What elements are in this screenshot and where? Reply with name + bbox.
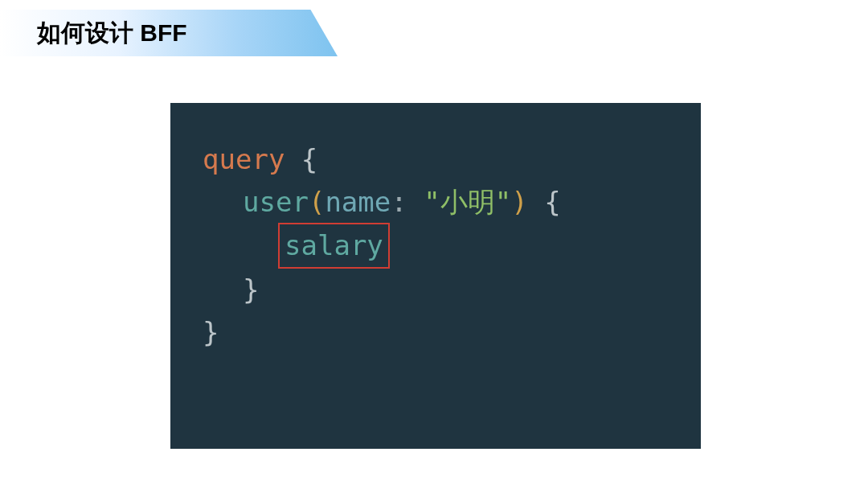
slide-title: 如何设计 BFF [37, 17, 187, 50]
code-block-container: query { user(name: "小明") { salary } } [170, 103, 701, 449]
code-token-field: user [243, 186, 309, 218]
code-token-colon: : [391, 186, 424, 218]
code-token-brace: { [285, 143, 317, 175]
code-token-argname: name [325, 186, 391, 218]
code-token-brace: { [528, 186, 561, 218]
code-token-paren: ) [511, 186, 527, 218]
code-token-brace: } [243, 273, 259, 306]
graphql-code: query { user(name: "小明") { salary } } [203, 138, 669, 353]
code-token-keyword: query [203, 143, 285, 175]
slide-title-banner: 如何设计 BFF [0, 10, 338, 56]
code-token-paren: ( [309, 186, 325, 218]
code-token-brace: } [203, 316, 219, 348]
highlighted-field-salary: salary [278, 223, 390, 269]
code-token-string: "小明" [424, 186, 511, 218]
